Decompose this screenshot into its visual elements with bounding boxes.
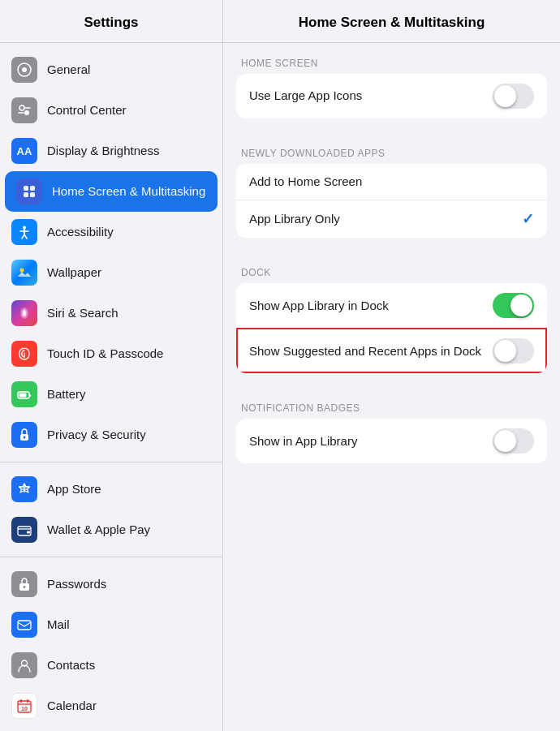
appstore-icon [11,476,37,502]
row-show-in-app-library: Show in App Library [236,419,547,463]
svg-point-31 [24,586,26,588]
sidebar-item-label: Mail [47,617,70,633]
svg-text:10: 10 [21,706,28,712]
row-app-library-only[interactable]: App Library Only ✓ [236,200,547,238]
sidebar-item-touchid[interactable]: Touch ID & Passcode [0,333,222,374]
section-newly-downloaded: NEWLY DOWNLOADED APPS Add to Home Screen… [223,133,560,252]
sidebar-item-control-center[interactable]: Control Center [0,90,222,131]
sidebar-item-passwords[interactable]: Passwords [0,564,222,604]
control-center-icon [11,97,37,123]
sidebar-item-wallet[interactable]: Wallet & Apple Pay [0,510,222,550]
passwords-icon [11,571,37,597]
sidebar-item-label: Privacy & Security [47,427,146,443]
sidebar-item-label: General [47,62,90,78]
mail-icon [11,612,37,638]
sidebar-item-notes[interactable]: Notes [0,726,222,731]
toggle-knob [494,430,516,452]
homescreen-icon [16,178,42,204]
siri-icon [11,300,37,326]
main-content: Home Screen & Multitasking HOME SCREEN U… [223,0,560,731]
svg-rect-22 [29,394,31,397]
svg-rect-8 [30,186,35,191]
row-add-to-home[interactable]: Add to Home Screen [236,164,547,200]
general-icon [11,57,37,83]
section-header-newly-downloaded: NEWLY DOWNLOADED APPS [236,148,547,164]
settings-card-notification-badges: Show in App Library [236,419,547,463]
sidebar-item-accessibility[interactable]: Accessibility [0,212,222,252]
svg-point-2 [19,105,24,110]
sidebar-item-label: Battery [47,386,86,402]
sidebar-item-wallpaper[interactable]: Wallpaper [0,252,222,293]
privacy-icon [11,422,37,448]
toggle-knob [510,295,532,316]
section-header-dock: DOCK [236,267,547,283]
wallpaper-icon [11,260,37,286]
sidebar-item-label: Wallet & Apple Pay [47,522,150,538]
sidebar-item-mail[interactable]: Mail [0,604,222,645]
sidebar-item-privacy[interactable]: Privacy & Security [0,415,222,455]
sidebar-item-contacts[interactable]: Contacts [0,645,222,686]
svg-point-3 [24,110,29,115]
svg-rect-35 [20,699,22,703]
accessibility-icon [11,219,37,245]
sidebar-group-3: Passwords Mail [0,557,222,731]
row-label: Use Large App Icons [249,88,493,104]
row-label: Show App Library in Dock [249,298,493,314]
section-header-home-screen: HOME SCREEN [236,58,547,74]
sidebar: Settings General C [0,0,223,731]
sidebar-item-homescreen[interactable]: Home Screen & Multitasking [5,171,218,212]
toggle-show-app-library[interactable] [493,293,534,318]
svg-rect-32 [18,621,31,630]
sidebar-item-battery[interactable]: Battery [0,374,222,415]
svg-line-15 [24,234,27,239]
sidebar-item-siri[interactable]: Siri & Search [0,293,222,333]
section-dock: DOCK Show App Library in Dock Show Sugge… [223,252,560,388]
checkmark-icon: ✓ [522,210,534,228]
svg-point-19 [24,311,26,316]
sidebar-item-label: Control Center [47,102,127,118]
sidebar-item-label: Home Screen & Multitasking [52,183,205,200]
row-label: App Library Only [249,211,522,227]
sidebar-item-label: Wallpaper [47,264,101,281]
sidebar-item-appstore[interactable]: App Store [0,469,222,510]
row-label: Show in App Library [249,433,493,449]
battery-icon [11,381,37,407]
toggle-show-in-app-library[interactable] [493,428,534,454]
touchid-icon [11,341,37,367]
svg-point-16 [20,269,24,273]
sidebar-item-display[interactable]: AA Display & Brightness [0,131,222,171]
app-container: Settings General C [0,0,560,731]
svg-rect-10 [30,192,35,197]
section-header-notification-badges: NOTIFICATION BADGES [236,402,547,419]
sidebar-item-label: Passwords [47,576,106,592]
sidebar-group-1: General Control Center AA [0,43,222,462]
row-label: Show Suggested and Recent Apps in Dock [249,343,493,359]
sidebar-item-label: App Store [47,481,101,497]
sidebar-item-calendar[interactable]: 10 Calendar [0,686,222,726]
svg-line-14 [22,234,24,239]
sidebar-item-general[interactable]: General [0,49,222,90]
svg-rect-9 [24,192,28,197]
main-title: Home Screen & Multitasking [223,0,560,43]
sidebar-item-label: Accessibility [47,224,114,240]
row-label: Add to Home Screen [249,174,534,190]
settings-card-dock: Show App Library in Dock Show Suggested … [236,283,547,373]
sidebar-item-label: Contacts [47,657,95,673]
contacts-icon [11,652,37,678]
toggle-knob [494,85,516,107]
svg-rect-7 [24,186,28,191]
settings-card-newly-downloaded: Add to Home Screen App Library Only ✓ [236,164,547,238]
toggle-large-icons[interactable] [493,84,534,109]
section-notification-badges: NOTIFICATION BADGES Show in App Library [223,388,560,478]
section-home-screen: HOME SCREEN Use Large App Icons [223,43,560,133]
display-icon: AA [11,138,37,164]
svg-rect-29 [27,531,30,534]
toggle-show-suggested-recent[interactable] [493,338,534,363]
sidebar-group-2: App Store Wallet & Apple Pay [0,462,222,557]
svg-point-25 [24,436,26,439]
sidebar-item-label: Display & Brightness [47,143,159,159]
wallet-icon [11,517,37,543]
row-large-icons: Use Large App Icons [236,74,547,118]
toggle-knob [494,340,516,362]
sidebar-item-label: Calendar [47,698,97,714]
